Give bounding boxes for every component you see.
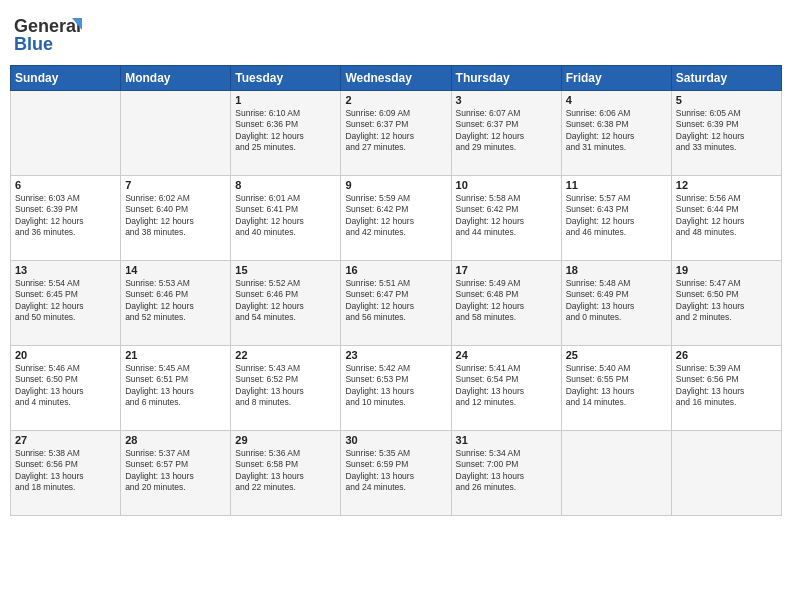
logo: General Blue [14, 10, 94, 59]
calendar-cell: 5Sunrise: 6:05 AM Sunset: 6:39 PM Daylig… [671, 91, 781, 176]
day-number: 4 [566, 94, 667, 106]
day-info: Sunrise: 5:54 AM Sunset: 6:45 PM Dayligh… [15, 278, 116, 324]
calendar-cell: 21Sunrise: 5:45 AM Sunset: 6:51 PM Dayli… [121, 346, 231, 431]
day-number: 15 [235, 264, 336, 276]
calendar-cell: 26Sunrise: 5:39 AM Sunset: 6:56 PM Dayli… [671, 346, 781, 431]
weekday-header-monday: Monday [121, 66, 231, 91]
day-info: Sunrise: 5:42 AM Sunset: 6:53 PM Dayligh… [345, 363, 446, 409]
calendar-week-4: 20Sunrise: 5:46 AM Sunset: 6:50 PM Dayli… [11, 346, 782, 431]
calendar-week-1: 1Sunrise: 6:10 AM Sunset: 6:36 PM Daylig… [11, 91, 782, 176]
day-number: 28 [125, 434, 226, 446]
calendar-cell [11, 91, 121, 176]
calendar-cell: 4Sunrise: 6:06 AM Sunset: 6:38 PM Daylig… [561, 91, 671, 176]
calendar-cell: 19Sunrise: 5:47 AM Sunset: 6:50 PM Dayli… [671, 261, 781, 346]
day-number: 10 [456, 179, 557, 191]
day-info: Sunrise: 6:07 AM Sunset: 6:37 PM Dayligh… [456, 108, 557, 154]
day-info: Sunrise: 5:49 AM Sunset: 6:48 PM Dayligh… [456, 278, 557, 324]
day-number: 29 [235, 434, 336, 446]
calendar-cell: 12Sunrise: 5:56 AM Sunset: 6:44 PM Dayli… [671, 176, 781, 261]
day-info: Sunrise: 6:05 AM Sunset: 6:39 PM Dayligh… [676, 108, 777, 154]
weekday-header-saturday: Saturday [671, 66, 781, 91]
day-number: 6 [15, 179, 116, 191]
svg-text:Blue: Blue [14, 34, 53, 54]
weekday-header-sunday: Sunday [11, 66, 121, 91]
day-number: 24 [456, 349, 557, 361]
day-info: Sunrise: 6:09 AM Sunset: 6:37 PM Dayligh… [345, 108, 446, 154]
day-info: Sunrise: 6:02 AM Sunset: 6:40 PM Dayligh… [125, 193, 226, 239]
day-number: 22 [235, 349, 336, 361]
calendar-cell: 2Sunrise: 6:09 AM Sunset: 6:37 PM Daylig… [341, 91, 451, 176]
day-number: 31 [456, 434, 557, 446]
calendar-body: 1Sunrise: 6:10 AM Sunset: 6:36 PM Daylig… [11, 91, 782, 516]
calendar-cell: 17Sunrise: 5:49 AM Sunset: 6:48 PM Dayli… [451, 261, 561, 346]
calendar-week-5: 27Sunrise: 5:38 AM Sunset: 6:56 PM Dayli… [11, 431, 782, 516]
day-info: Sunrise: 6:03 AM Sunset: 6:39 PM Dayligh… [15, 193, 116, 239]
calendar-cell: 16Sunrise: 5:51 AM Sunset: 6:47 PM Dayli… [341, 261, 451, 346]
day-number: 21 [125, 349, 226, 361]
day-number: 9 [345, 179, 446, 191]
day-info: Sunrise: 5:34 AM Sunset: 7:00 PM Dayligh… [456, 448, 557, 494]
day-number: 3 [456, 94, 557, 106]
day-info: Sunrise: 6:01 AM Sunset: 6:41 PM Dayligh… [235, 193, 336, 239]
calendar-cell: 28Sunrise: 5:37 AM Sunset: 6:57 PM Dayli… [121, 431, 231, 516]
day-info: Sunrise: 5:47 AM Sunset: 6:50 PM Dayligh… [676, 278, 777, 324]
day-number: 14 [125, 264, 226, 276]
day-number: 8 [235, 179, 336, 191]
day-number: 25 [566, 349, 667, 361]
calendar-week-2: 6Sunrise: 6:03 AM Sunset: 6:39 PM Daylig… [11, 176, 782, 261]
calendar-cell: 14Sunrise: 5:53 AM Sunset: 6:46 PM Dayli… [121, 261, 231, 346]
calendar-header: SundayMondayTuesdayWednesdayThursdayFrid… [11, 66, 782, 91]
day-info: Sunrise: 5:53 AM Sunset: 6:46 PM Dayligh… [125, 278, 226, 324]
day-info: Sunrise: 5:46 AM Sunset: 6:50 PM Dayligh… [15, 363, 116, 409]
day-info: Sunrise: 6:10 AM Sunset: 6:36 PM Dayligh… [235, 108, 336, 154]
day-number: 11 [566, 179, 667, 191]
header: General Blue [10, 10, 782, 59]
calendar-cell: 29Sunrise: 5:36 AM Sunset: 6:58 PM Dayli… [231, 431, 341, 516]
day-info: Sunrise: 5:56 AM Sunset: 6:44 PM Dayligh… [676, 193, 777, 239]
calendar-cell: 15Sunrise: 5:52 AM Sunset: 6:46 PM Dayli… [231, 261, 341, 346]
day-number: 1 [235, 94, 336, 106]
calendar-cell [671, 431, 781, 516]
day-info: Sunrise: 5:57 AM Sunset: 6:43 PM Dayligh… [566, 193, 667, 239]
day-number: 17 [456, 264, 557, 276]
day-info: Sunrise: 5:52 AM Sunset: 6:46 PM Dayligh… [235, 278, 336, 324]
day-number: 5 [676, 94, 777, 106]
day-number: 13 [15, 264, 116, 276]
calendar-cell: 24Sunrise: 5:41 AM Sunset: 6:54 PM Dayli… [451, 346, 561, 431]
day-number: 16 [345, 264, 446, 276]
calendar-cell: 30Sunrise: 5:35 AM Sunset: 6:59 PM Dayli… [341, 431, 451, 516]
day-info: Sunrise: 5:36 AM Sunset: 6:58 PM Dayligh… [235, 448, 336, 494]
day-number: 26 [676, 349, 777, 361]
day-number: 27 [15, 434, 116, 446]
calendar-cell: 25Sunrise: 5:40 AM Sunset: 6:55 PM Dayli… [561, 346, 671, 431]
calendar-cell: 3Sunrise: 6:07 AM Sunset: 6:37 PM Daylig… [451, 91, 561, 176]
calendar-cell: 31Sunrise: 5:34 AM Sunset: 7:00 PM Dayli… [451, 431, 561, 516]
day-info: Sunrise: 5:39 AM Sunset: 6:56 PM Dayligh… [676, 363, 777, 409]
day-number: 18 [566, 264, 667, 276]
calendar-week-3: 13Sunrise: 5:54 AM Sunset: 6:45 PM Dayli… [11, 261, 782, 346]
day-info: Sunrise: 5:59 AM Sunset: 6:42 PM Dayligh… [345, 193, 446, 239]
day-number: 12 [676, 179, 777, 191]
calendar-cell: 23Sunrise: 5:42 AM Sunset: 6:53 PM Dayli… [341, 346, 451, 431]
calendar-cell: 10Sunrise: 5:58 AM Sunset: 6:42 PM Dayli… [451, 176, 561, 261]
weekday-header-thursday: Thursday [451, 66, 561, 91]
day-info: Sunrise: 5:35 AM Sunset: 6:59 PM Dayligh… [345, 448, 446, 494]
calendar-cell: 27Sunrise: 5:38 AM Sunset: 6:56 PM Dayli… [11, 431, 121, 516]
day-info: Sunrise: 5:38 AM Sunset: 6:56 PM Dayligh… [15, 448, 116, 494]
calendar-cell: 22Sunrise: 5:43 AM Sunset: 6:52 PM Dayli… [231, 346, 341, 431]
weekday-header-tuesday: Tuesday [231, 66, 341, 91]
calendar-cell: 6Sunrise: 6:03 AM Sunset: 6:39 PM Daylig… [11, 176, 121, 261]
day-number: 19 [676, 264, 777, 276]
calendar-cell: 20Sunrise: 5:46 AM Sunset: 6:50 PM Dayli… [11, 346, 121, 431]
day-number: 7 [125, 179, 226, 191]
day-info: Sunrise: 5:37 AM Sunset: 6:57 PM Dayligh… [125, 448, 226, 494]
day-info: Sunrise: 5:40 AM Sunset: 6:55 PM Dayligh… [566, 363, 667, 409]
calendar-cell: 18Sunrise: 5:48 AM Sunset: 6:49 PM Dayli… [561, 261, 671, 346]
day-number: 30 [345, 434, 446, 446]
day-number: 23 [345, 349, 446, 361]
day-info: Sunrise: 5:51 AM Sunset: 6:47 PM Dayligh… [345, 278, 446, 324]
calendar-cell [121, 91, 231, 176]
calendar-cell: 9Sunrise: 5:59 AM Sunset: 6:42 PM Daylig… [341, 176, 451, 261]
calendar-cell: 13Sunrise: 5:54 AM Sunset: 6:45 PM Dayli… [11, 261, 121, 346]
day-info: Sunrise: 6:06 AM Sunset: 6:38 PM Dayligh… [566, 108, 667, 154]
